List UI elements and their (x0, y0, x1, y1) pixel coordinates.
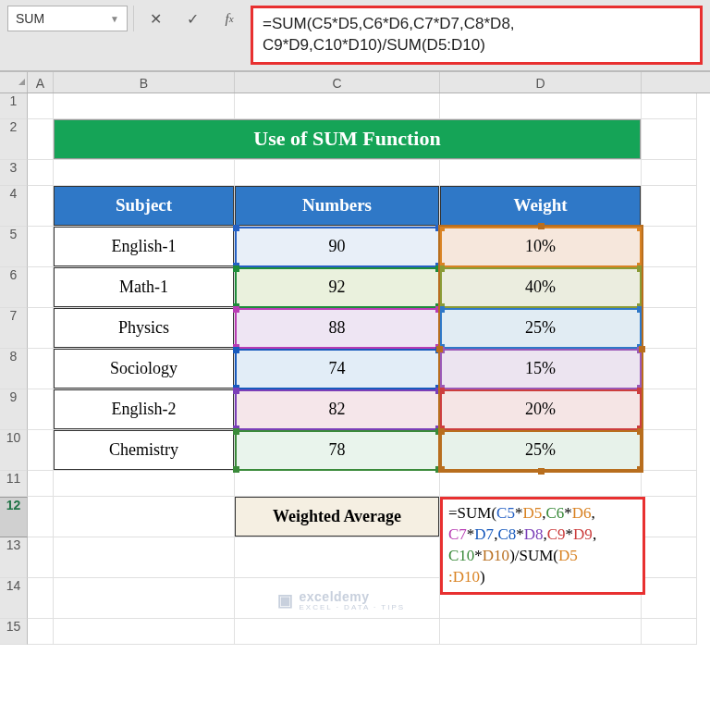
row-headers: 1 2 3 4 5 6 7 8 9 10 11 12 13 14 15 (0, 93, 28, 645)
range-overlay (235, 389, 440, 430)
cell-subject[interactable]: Sociology (54, 349, 234, 389)
enter-icon[interactable]: ✓ (177, 6, 208, 31)
row-header[interactable]: 14 (0, 578, 28, 619)
range-overlay (235, 267, 440, 308)
range-overlay (235, 227, 440, 267)
divider (133, 6, 134, 31)
formula-input[interactable]: =SUM(C5*D5,C6*D6,C7*D7,C8*D8, C9*D9,C10*… (251, 6, 703, 65)
watermark-brand: exceldemy (300, 589, 370, 604)
worksheet: A B C D 1 2 3 4 5 6 7 8 9 10 11 12 13 14… (0, 71, 710, 645)
row-header[interactable]: 1 (0, 93, 28, 119)
row-header[interactable]: 3 (0, 160, 28, 186)
cancel-icon[interactable]: ✕ (140, 6, 171, 31)
row-header[interactable]: 15 (0, 619, 28, 645)
formula-line1: =SUM(C5*D5,C6*D6,C7*D7,C8*D8, (263, 15, 515, 32)
logo-icon: ▣ (277, 590, 294, 611)
select-all-corner[interactable] (0, 72, 28, 93)
fx-icon[interactable]: fx (214, 6, 245, 31)
row-header[interactable]: 5 (0, 227, 28, 267)
title-bar: Use of SUM Function (54, 119, 641, 159)
row-header[interactable]: 9 (0, 389, 28, 430)
watermark: ▣ exceldemy EXCEL · DATA · TIPS (277, 589, 405, 611)
name-box-value: SUM (16, 11, 44, 26)
cell-subject[interactable]: Chemistry (54, 430, 234, 470)
title-text: Use of SUM Function (253, 127, 440, 151)
watermark-tag: EXCEL · DATA · TIPS (300, 604, 406, 611)
header-numbers: Numbers (235, 186, 439, 226)
row-header[interactable]: 13 (0, 537, 28, 578)
row-header[interactable]: 7 (0, 308, 28, 349)
col-header-b[interactable]: B (54, 72, 235, 93)
formula-bar: SUM ▼ ✕ ✓ fx =SUM(C5*D5,C6*D6,C7*D7,C8*D… (0, 0, 710, 71)
formula-line2: C9*D9,C10*D10)/SUM(D5:D10) (263, 36, 485, 54)
cell-subject[interactable]: English-2 (54, 389, 234, 429)
cell-subject[interactable]: Physics (54, 308, 234, 348)
weighted-average-label: Weighted Average (235, 497, 439, 537)
row-header[interactable]: 12 (0, 497, 28, 537)
cell-edit-formula[interactable]: =SUM(C5*D5,C6*D6, C7*D7,C8*D8,C9*D9, C10… (440, 497, 645, 595)
cell-subject[interactable]: Math-1 (54, 267, 234, 307)
row-header[interactable]: 10 (0, 430, 28, 471)
row-header[interactable]: 6 (0, 267, 28, 308)
grid[interactable]: Use of SUM Function Subject Numbers Weig… (28, 93, 710, 645)
row-header[interactable]: 2 (0, 119, 28, 160)
col-header-a[interactable]: A (28, 72, 54, 93)
row-header[interactable]: 8 (0, 349, 28, 389)
cell-subject[interactable]: English-1 (54, 227, 234, 266)
row-header[interactable]: 4 (0, 186, 28, 227)
range-overlay (235, 308, 440, 349)
name-box[interactable]: SUM ▼ (7, 6, 128, 31)
range-overlay-d5d10 (438, 225, 643, 473)
chevron-down-icon[interactable]: ▼ (110, 14, 119, 24)
header-weight: Weight (440, 186, 641, 226)
col-header-d[interactable]: D (440, 72, 642, 93)
row-header[interactable]: 11 (0, 471, 28, 497)
header-subject: Subject (54, 186, 234, 226)
range-overlay (235, 430, 440, 471)
range-overlay (235, 349, 440, 389)
column-headers: A B C D (0, 71, 710, 93)
col-header-c[interactable]: C (235, 72, 440, 93)
